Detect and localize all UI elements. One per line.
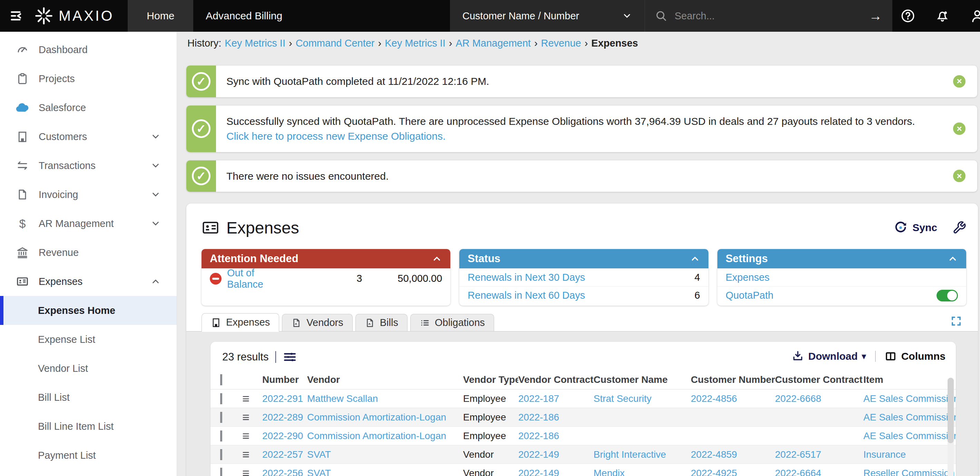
fullscreen-icon[interactable] [950,314,963,328]
sidebar-subitem-expense-list[interactable]: Expense List [0,325,177,354]
close-circle-icon[interactable]: × [953,170,966,182]
nav-tab-home[interactable]: Home [128,0,193,32]
customer-contract-link[interactable]: 2022-6517 [775,449,821,460]
wrench-icon[interactable] [952,221,966,235]
row-menu-icon[interactable]: ≡ [242,466,262,476]
tab-vendors[interactable]: Vendors [282,314,352,331]
col-header[interactable]: Item [863,374,956,385]
tab-obligations[interactable]: Obligations [410,314,494,331]
expense-number-link[interactable]: 2022-291 [262,393,303,404]
customer-name-link[interactable]: Bright Interactive [593,449,666,460]
item-link[interactable]: AE Sales Commission [863,393,956,404]
row-checkbox[interactable] [220,468,222,476]
table-scrollbar[interactable] [948,378,954,476]
tab-expenses[interactable]: Expenses [202,313,279,331]
customer-number-link[interactable]: 2022-4859 [691,449,737,460]
sidebar-item-projects[interactable]: Projects [0,64,177,93]
customer-number-link[interactable]: 2022-4856 [691,393,737,404]
item-link[interactable]: Insurance [863,449,906,460]
sidebar-item-customers[interactable]: Customers [0,122,177,151]
sidebar-item-dashboard[interactable]: Dashboard [0,35,177,64]
vendor-link[interactable]: SVAT [307,449,331,460]
vendor-contract-link[interactable]: 2022-186 [518,412,559,422]
row-menu-icon[interactable]: ≡ [242,392,262,406]
select-all-checkbox[interactable] [220,374,222,385]
out-of-balance-link[interactable]: Out of Balance [227,267,288,290]
item-link[interactable]: AE Sales Commission [863,430,956,441]
vendor-link[interactable]: Commission Amortization-Logan [307,430,446,441]
vendor-contract-link[interactable]: 2022-149 [518,449,559,460]
help-icon[interactable] [900,9,915,23]
sidebar-subitem-payment-list[interactable]: Payment List [0,441,177,470]
filter-sliders-icon[interactable] [283,350,297,364]
sidebar-item-ar-management[interactable]: $ AR Management [0,209,177,238]
vendor-contract-link[interactable]: 2022-186 [518,430,559,441]
status-panel-header[interactable]: Status [459,249,708,268]
maxio-logo[interactable]: MAXIO [35,0,128,32]
settings-quotapath-link[interactable]: QuotaPath [726,290,774,301]
col-header[interactable]: Vendor Type [463,374,518,385]
sidebar-item-revenue[interactable]: Revenue [0,238,177,267]
customer-name-link[interactable]: Strat Security [593,393,651,404]
vendor-link[interactable]: Matthew Scallan [307,393,378,404]
search-input[interactable] [675,10,861,22]
quotapath-toggle-on[interactable] [937,290,958,301]
sidebar-item-salesforce[interactable]: Salesforce [0,93,177,122]
customer-contract-link[interactable]: 2022-6668 [775,393,821,404]
row-checkbox[interactable] [220,449,222,460]
expense-number-link[interactable]: 2022-289 [262,412,303,422]
customer-number-link[interactable]: 2022-4925 [691,468,737,476]
renewals-60-link[interactable]: Renewals in Next 60 Days [468,290,585,301]
col-header[interactable]: Customer Number [691,374,775,385]
attention-panel-header[interactable]: Attention Needed [202,249,450,268]
columns-button[interactable]: Columns [885,351,945,362]
col-header[interactable]: Vendor Contract [518,374,593,385]
process-obligations-link[interactable]: Click here to process new Expense Obliga… [226,130,445,142]
download-button[interactable]: Download ▾ [792,350,866,363]
sidebar-subitem-bill-line-item-list[interactable]: Bill Line Item List [0,412,177,441]
sync-button[interactable]: Sync [894,221,937,235]
renewals-30-link[interactable]: Renewals in Next 30 Days [468,272,585,283]
vendor-contract-link[interactable]: 2022-149 [518,468,559,476]
sidebar-item-invoicing[interactable]: Invoicing [0,180,177,209]
tab-bills[interactable]: Bills [355,314,407,331]
vendor-contract-link[interactable]: 2022-187 [518,393,559,404]
breadcrumb-link[interactable]: Command Center [296,38,375,49]
col-header[interactable]: Number [262,374,307,385]
expense-number-link[interactable]: 2022-256 [262,468,303,476]
expense-number-link[interactable]: 2022-290 [262,430,303,441]
sidebar-subitem-expenses-home[interactable]: Expenses Home [0,296,177,325]
vendor-link[interactable]: SVAT [307,468,331,476]
item-link[interactable]: Reseller Commission [863,468,955,476]
sidebar-item-expenses[interactable]: Expenses [0,267,177,296]
customer-name-link[interactable]: Mendix [593,468,625,476]
col-header[interactable]: Vendor [307,374,463,385]
row-checkbox[interactable] [220,393,222,404]
sidebar-subitem-bill-list[interactable]: Bill List [0,383,177,412]
item-link[interactable]: AE Sales Commission [863,412,956,422]
breadcrumb-link[interactable]: Key Metrics II [385,38,445,49]
row-checkbox[interactable] [220,412,222,423]
close-circle-icon[interactable]: × [953,122,966,135]
row-menu-icon[interactable]: ≡ [242,429,262,443]
bell-icon[interactable] [935,9,950,23]
settings-panel-header[interactable]: Settings [718,249,966,268]
expense-number-link[interactable]: 2022-257 [262,449,303,460]
vendor-link[interactable]: Commission Amortization-Logan [307,412,446,422]
close-circle-icon[interactable]: × [953,75,966,87]
customer-contract-link[interactable]: 2022-6664 [775,468,821,476]
collapse-sidebar-icon[interactable] [0,0,35,32]
col-header[interactable]: Customer Name [593,374,691,385]
arrow-submit-icon[interactable]: → [869,9,882,22]
breadcrumb-link[interactable]: AR Management [456,38,531,49]
row-checkbox[interactable] [220,430,222,441]
person-icon[interactable] [970,8,980,24]
col-header[interactable]: Customer Contract [775,374,863,385]
row-menu-icon[interactable]: ≡ [242,410,262,425]
sidebar-item-transactions[interactable]: Transactions [0,151,177,180]
row-menu-icon[interactable]: ≡ [242,447,262,462]
sidebar-subitem-vendor-list[interactable]: Vendor List [0,354,177,383]
search-category-dropdown[interactable]: Customer Name / Number [450,0,645,32]
settings-expenses-link[interactable]: Expenses [726,272,770,283]
breadcrumb-link[interactable]: Revenue [541,38,581,49]
